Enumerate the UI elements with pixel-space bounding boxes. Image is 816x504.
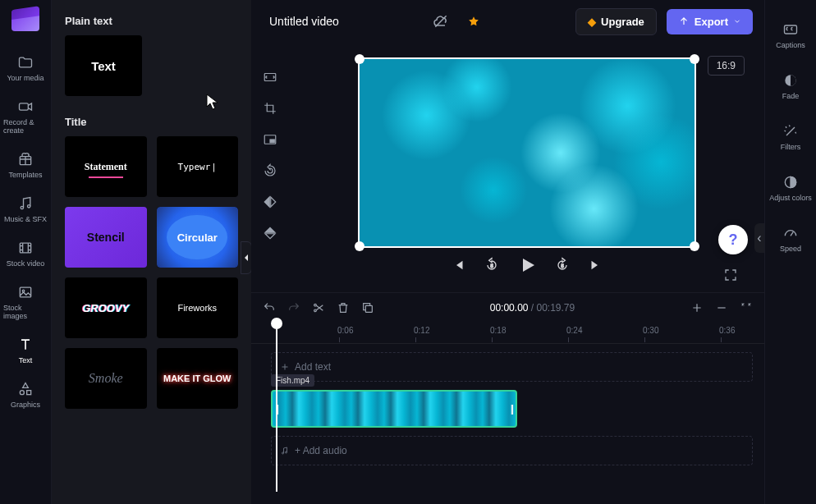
title-grid: Statement Typewr Stencil Circular GROOVY… — [65, 136, 238, 409]
rail-filters[interactable]: Filters — [765, 115, 816, 159]
rail-label: Adjust colors — [769, 194, 812, 202]
nav-music-sfx[interactable]: Music & SFX — [0, 189, 51, 230]
cursor-icon — [206, 94, 219, 110]
undo-button[interactable] — [263, 301, 276, 314]
crop-tool[interactable] — [259, 97, 282, 120]
rotate-tool[interactable] — [259, 159, 282, 182]
nav-stock-images[interactable]: Stock images — [0, 277, 51, 327]
track-label: Add text — [295, 361, 331, 373]
text-panel: Plain text Text Title Statement Typewr S… — [52, 0, 251, 504]
title-tile-groovy[interactable]: GROOVY — [65, 277, 147, 338]
text-track-placeholder[interactable]: Add text — [271, 352, 753, 382]
title-tile-stencil[interactable]: Stencil — [65, 207, 147, 268]
nav-stock-video[interactable]: Stock video — [0, 233, 51, 274]
pip-tool[interactable] — [259, 128, 282, 151]
nav-record-create[interactable]: Record & create — [0, 92, 51, 141]
svg-point-7 — [20, 391, 24, 395]
nav-your-media[interactable]: Your media — [0, 48, 51, 89]
duplicate-button[interactable] — [361, 301, 374, 314]
title-section-label: Title — [65, 116, 238, 128]
rewind-5-button[interactable]: 5 — [482, 255, 502, 275]
help-button[interactable]: ? — [718, 225, 748, 254]
fit-timeline-button[interactable] — [740, 301, 753, 314]
cloud-sync-icon[interactable] — [429, 10, 452, 33]
title-tile-fireworks[interactable]: Fireworks — [157, 277, 239, 338]
svg-text:5: 5 — [490, 263, 493, 268]
playhead[interactable] — [271, 318, 282, 329]
resize-handle-br[interactable] — [690, 241, 699, 251]
nav-label: Stock video — [7, 259, 45, 268]
film-icon — [17, 240, 34, 256]
aspect-ratio-button[interactable]: 16:9 — [708, 56, 745, 76]
main-area: ◆ Upgrade Export 16:9 — [251, 0, 764, 504]
tile-label: Stencil — [65, 207, 147, 268]
resize-handle-tl[interactable] — [355, 54, 364, 64]
title-tile-circular[interactable]: Circular — [157, 207, 239, 268]
title-tile-smoke[interactable]: Smoke — [65, 348, 147, 409]
app-logo[interactable] — [11, 10, 39, 31]
rail-captions[interactable]: Captions — [765, 13, 816, 57]
fullscreen-button[interactable] — [723, 268, 738, 286]
nav-graphics[interactable]: Graphics — [0, 374, 51, 415]
upgrade-button[interactable]: ◆ Upgrade — [575, 8, 657, 35]
nav-text[interactable]: Text — [0, 330, 51, 371]
top-bar: ◆ Upgrade Export — [251, 0, 764, 43]
video-preview[interactable] — [358, 57, 696, 248]
flip-v-tool[interactable] — [259, 222, 282, 245]
skip-start-button[interactable] — [449, 255, 469, 275]
image-icon — [17, 284, 34, 300]
nav-label: Stock images — [3, 304, 48, 320]
gauge-icon — [782, 225, 799, 241]
forward-5-button[interactable]: 5 — [552, 255, 572, 275]
timeline-ruler[interactable]: 0:060:120:180:240:300:36 — [251, 323, 764, 344]
timeline-time: 00:00.00 / 00:19.79 — [490, 302, 575, 314]
svg-rect-12 — [270, 140, 274, 143]
ruler-tick: 0:36 — [719, 326, 735, 335]
nav-rail-right: Captions Fade Filters Adjust colors Spee… — [764, 0, 816, 504]
ruler-tick: 0:30 — [643, 326, 658, 335]
delete-button[interactable] — [337, 301, 350, 314]
redo-button[interactable] — [287, 301, 300, 314]
title-tile-typewriter[interactable]: Typewr — [157, 136, 239, 197]
resize-handle-bl[interactable] — [355, 241, 364, 251]
zoom-out-button[interactable] — [715, 301, 728, 314]
wand-icon — [782, 123, 799, 140]
rail-label: Fade — [782, 92, 800, 100]
plain-text-tile[interactable]: Text — [65, 35, 142, 96]
expand-right-button[interactable]: ‹ — [754, 223, 764, 253]
play-button[interactable] — [515, 253, 539, 277]
flip-h-tool[interactable] — [259, 190, 282, 213]
nav-templates[interactable]: Templates — [0, 144, 51, 186]
svg-rect-17 — [365, 305, 372, 312]
tile-label: Fireworks — [177, 303, 217, 313]
split-button[interactable] — [312, 301, 325, 314]
rail-speed[interactable]: Speed — [765, 217, 816, 261]
svg-point-19 — [286, 451, 287, 453]
audio-track-placeholder[interactable]: + Add audio — [271, 436, 753, 465]
svg-point-18 — [282, 452, 284, 454]
rail-adjust-colors[interactable]: Adjust colors — [765, 166, 816, 210]
nav-label: Your media — [7, 74, 44, 82]
premium-badge-icon[interactable] — [462, 10, 485, 33]
diamond-icon: ◆ — [588, 16, 596, 28]
skip-end-button[interactable] — [585, 255, 605, 275]
collapse-panel-button[interactable] — [241, 241, 252, 274]
upgrade-label: Upgrade — [601, 16, 644, 28]
project-title-input[interactable] — [263, 10, 419, 33]
title-tile-glow[interactable]: MAKE IT GLOW — [157, 348, 239, 409]
fade-icon — [782, 72, 799, 89]
export-button[interactable]: Export — [667, 9, 753, 34]
title-tile-statement[interactable]: Statement — [65, 136, 147, 197]
zoom-in-button[interactable] — [690, 301, 704, 314]
svg-point-2 — [21, 206, 23, 208]
timeline-tracks: Add text Fish.mp4 || || + Add audio — [251, 344, 764, 504]
rail-fade[interactable]: Fade — [765, 64, 816, 108]
player-controls: 5 5 — [305, 248, 748, 282]
svg-rect-5 — [20, 287, 30, 297]
clip-trim-right[interactable]: || — [511, 403, 512, 415]
music-icon — [17, 195, 34, 212]
video-clip[interactable]: || || — [271, 390, 517, 428]
resize-handle-tr[interactable] — [690, 54, 699, 64]
current-time: 00:00.00 — [490, 302, 529, 314]
fit-tool[interactable] — [259, 66, 282, 89]
